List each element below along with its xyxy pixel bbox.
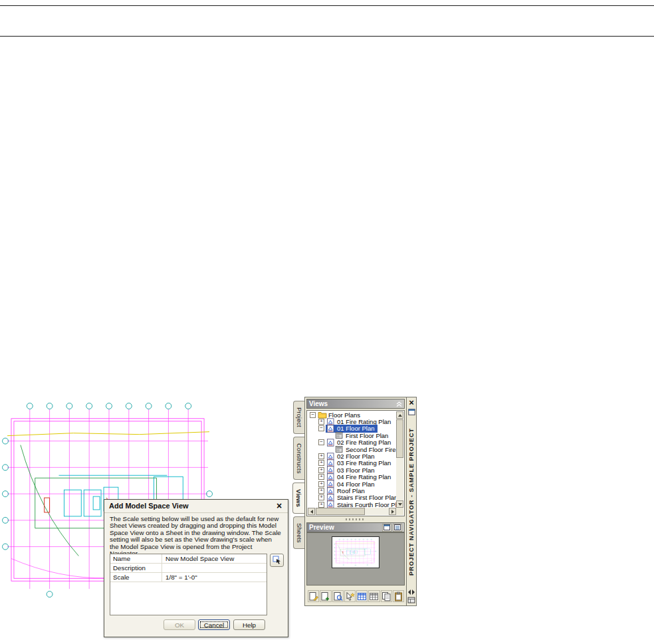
expand-icon[interactable]: + [318, 460, 324, 466]
scale-field[interactable]: 1/8" = 1'-0" [162, 573, 267, 582]
dialog-titlebar[interactable]: Add Model Space View × [104, 500, 288, 513]
description-label: Description [110, 564, 162, 572]
collapse-icon[interactable]: − [310, 412, 316, 418]
page-add-button[interactable] [320, 590, 331, 602]
panel-splitter-grip[interactable] [346, 518, 366, 520]
arrow-up-icon [398, 414, 402, 417]
expand-icon[interactable]: + [318, 502, 324, 508]
page-search-button[interactable] [332, 590, 344, 602]
tree-item-content[interactable]: Stairs Fourth Floor Plan [326, 500, 396, 508]
dialog-title: Add Model Space View [109, 502, 189, 510]
views-header[interactable]: Views [306, 399, 405, 409]
collapse-chevron-icon[interactable] [396, 401, 402, 407]
scrollbar-corner [396, 508, 403, 515]
preview-header-label: Preview [309, 524, 381, 531]
pick-arrow-icon [272, 556, 282, 565]
expand-icon[interactable]: + [318, 481, 324, 487]
palette-tab-strip: ProjectConstructsViewsSheets [292, 397, 304, 606]
pointer-star-button[interactable] [344, 590, 356, 602]
vertical-scroll-thumb[interactable] [396, 419, 403, 458]
tab-project[interactable]: Project [293, 401, 304, 434]
palette-title-wrap: PROJECT NAVIGATOR - SAMPLE PROJECT [408, 417, 415, 588]
table-blue-button[interactable] [356, 590, 368, 602]
autohide-icon[interactable] [407, 589, 415, 595]
arrow-right-icon [391, 510, 394, 514]
clipboard-button[interactable] [393, 590, 404, 602]
page-add-icon [320, 591, 330, 601]
copy-pages-icon [382, 591, 391, 601]
preview-header[interactable]: Preview [306, 522, 405, 532]
views-header-label: Views [309, 400, 396, 407]
views-tree: −Floor Plans+01 Fire Rating Plan−01 Floo… [308, 411, 396, 508]
collapse-icon[interactable]: − [318, 439, 324, 445]
dwg-icon [326, 500, 336, 508]
table-grey-icon [369, 591, 379, 601]
palette-window-icon [408, 409, 415, 415]
pointer-star-icon [345, 591, 355, 601]
scroll-down-button[interactable] [396, 500, 403, 508]
palette-close-icon[interactable]: × [407, 398, 416, 407]
expand-icon[interactable]: + [318, 474, 324, 480]
close-icon[interactable]: × [274, 500, 284, 511]
expand-icon[interactable]: + [318, 467, 324, 473]
window-pane-icon [383, 524, 390, 530]
copy-pages-button[interactable] [381, 590, 392, 602]
project-navigator-palette: ProjectConstructsViewsSheets Views −Floo… [292, 397, 417, 606]
scroll-right-button[interactable] [389, 508, 396, 515]
add-model-space-view-dialog: Add Model Space View × The Scale setting… [104, 499, 288, 637]
table-row: Scale 1/8" = 1'-0" [110, 573, 267, 582]
horizontal-scroll-thumb[interactable] [316, 508, 365, 515]
preview-area [306, 532, 405, 586]
panel-menu-icon[interactable] [407, 597, 415, 603]
arrow-down-icon [398, 503, 402, 506]
scroll-left-button[interactable] [308, 508, 315, 515]
cancel-button[interactable]: Cancel [198, 619, 230, 630]
table-row: Description [110, 564, 267, 573]
properties-table: Name New Model Space View Description Sc… [110, 554, 267, 615]
name-label: Name [110, 554, 162, 563]
scroll-up-button[interactable] [396, 411, 403, 419]
tab-sheets[interactable]: Sheets [293, 516, 304, 550]
collapse-icon[interactable]: − [318, 425, 324, 431]
ok-button[interactable]: OK [164, 619, 195, 630]
clipboard-icon [393, 591, 403, 601]
scale-label: Scale [110, 573, 162, 582]
tab-label: Sheets [296, 523, 303, 543]
arrow-left-icon [310, 510, 313, 514]
dialog-description-text: The Scale setting below will be used as … [110, 516, 282, 557]
views-tree-box: −Floor Plans+01 Fire Rating Plan−01 Floo… [306, 410, 405, 516]
page-search-icon [333, 591, 343, 601]
palette-title: PROJECT NAVIGATOR - SAMPLE PROJECT [408, 428, 415, 576]
expand-icon[interactable]: + [318, 494, 324, 500]
tab-label: Project [296, 407, 303, 427]
expand-icon[interactable]: + [318, 453, 324, 459]
tab-views[interactable]: Views [292, 483, 304, 514]
vertical-scrollbar[interactable] [396, 411, 403, 508]
toolbar-top-edge [0, 5, 654, 6]
tree-item-label: Stairs Fourth Floor Plan [337, 501, 396, 508]
horizontal-scrollbar[interactable] [308, 508, 396, 515]
page-edit-icon [308, 591, 318, 601]
tab-label: Views [295, 489, 302, 507]
window-list-icon [394, 524, 401, 530]
preview-thumbnail [332, 536, 380, 568]
tab-constructs[interactable]: Constructs [293, 437, 304, 480]
pick-in-drawing-button[interactable] [270, 554, 284, 567]
preview-pane-button[interactable] [382, 524, 391, 532]
expand-icon[interactable]: + [318, 488, 324, 494]
table-blue-icon [357, 591, 367, 601]
preview-detail-button[interactable] [393, 524, 402, 532]
name-field[interactable]: New Model Space View [162, 554, 267, 563]
table-row: Name New Model Space View [110, 554, 267, 564]
palette-titlebar-strip[interactable]: × PROJECT NAVIGATOR - SAMPLE PROJECT [407, 397, 417, 606]
help-button[interactable]: Help [233, 619, 265, 630]
expand-icon[interactable]: + [318, 419, 324, 425]
page-edit-button[interactable] [308, 590, 319, 602]
views-panel: Views −Floor Plans+01 Fire Rating Plan−0… [304, 397, 407, 606]
tab-label: Constructs [296, 443, 303, 473]
table-grey-button[interactable] [368, 590, 380, 602]
palette-toolbar [306, 588, 405, 604]
tree-item[interactable]: +Stairs Fourth Floor Plan [308, 501, 396, 508]
toolbar-bottom-edge [0, 36, 654, 37]
description-field[interactable] [162, 564, 267, 572]
